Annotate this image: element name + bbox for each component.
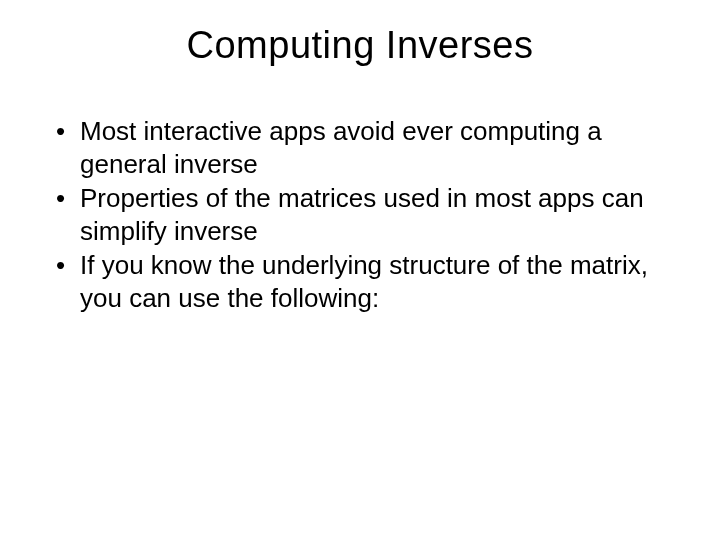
slide-container: Computing Inverses Most interactive apps… <box>0 0 720 540</box>
bullet-list: Most interactive apps avoid ever computi… <box>52 115 680 314</box>
list-item: Most interactive apps avoid ever computi… <box>52 115 680 180</box>
list-item: If you know the underlying structure of … <box>52 249 680 314</box>
slide-content: Most interactive apps avoid ever computi… <box>40 115 680 314</box>
slide-title: Computing Inverses <box>40 24 680 67</box>
list-item: Properties of the matrices used in most … <box>52 182 680 247</box>
